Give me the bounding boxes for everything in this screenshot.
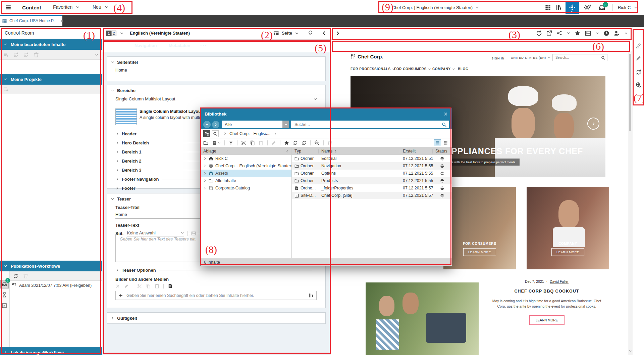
menu-favorites[interactable]: Favoriten (53, 4, 80, 10)
blog-learn-more-button[interactable]: LEARN MORE (529, 315, 565, 325)
expand-right-icon[interactable] (335, 31, 340, 36)
column-name[interactable]: Name (319, 149, 400, 153)
snapshot-icon[interactable] (585, 30, 591, 36)
tree-item-user-home[interactable]: Rick C (201, 155, 291, 162)
table-row[interactable]: Ordner Products 07.12.2021 5:55 (292, 177, 452, 184)
paste-icon[interactable] (259, 140, 264, 145)
type-filter-select[interactable]: Alle (222, 121, 289, 128)
refresh-icon[interactable] (13, 273, 18, 279)
thumbnail-view-button[interactable] (442, 139, 449, 146)
section-publication-workflows[interactable]: Publikations-Workflows (0, 261, 105, 271)
publish-sync-icon[interactable] (293, 140, 298, 145)
expander-icon[interactable] (203, 172, 207, 175)
carousel-next-button[interactable] (587, 118, 599, 130)
new-content-button[interactable] (212, 140, 221, 145)
table-row[interactable]: Ordner Editorial 07.12.2021 5:51 (292, 155, 452, 162)
device-mode-button[interactable] (613, 42, 621, 49)
apps-grid-icon[interactable] (545, 4, 551, 12)
layout-selector[interactable]: Single Column Multislot Layout (115, 96, 322, 101)
chevron-down-icon[interactable] (120, 31, 124, 35)
site-nav-blog[interactable]: BLOG (458, 67, 468, 71)
column-type[interactable]: Typ (292, 149, 319, 153)
collapse-left-icon[interactable] (321, 31, 327, 36)
site-logo[interactable]: Chef Corp. (351, 54, 383, 59)
site-selector[interactable]: Chef Corp. | Englisch (Vereinigte Staate… (392, 0, 479, 15)
version-badge[interactable]: 1 2 (106, 31, 116, 36)
cut-icon[interactable] (241, 140, 246, 145)
card-consumers-image[interactable]: FOR CONSUMERS LEARN MORE (443, 187, 516, 269)
search-icon[interactable] (601, 56, 605, 60)
library-books-icon[interactable] (309, 293, 314, 298)
site-nav-professionals[interactable]: FOR PROFESSIONALS (351, 67, 395, 71)
time-travel-icon[interactable] (603, 30, 609, 36)
blog-post-image[interactable] (366, 282, 479, 355)
inbox-filter-button[interactable]: 1 (0, 280, 9, 289)
pagetitle-input[interactable]: Home (115, 68, 321, 74)
inbox-tray-icon[interactable]: 3 (598, 4, 605, 12)
remove-content-icon[interactable] (34, 52, 39, 57)
chevron-down-icon[interactable] (567, 31, 570, 35)
list-view-button[interactable] (434, 139, 441, 146)
close-icon[interactable] (60, 19, 64, 23)
preview-scrollbar[interactable] (628, 51, 632, 355)
table-row[interactable]: Ordner Options 07.12.2021 5:55 (292, 170, 452, 177)
card-company-image[interactable]: COMPANY LEARN MORE (527, 187, 609, 269)
trash-icon[interactable] (327, 140, 332, 145)
site-nav-company[interactable]: COMPANY (432, 67, 455, 71)
upload-icon[interactable] (228, 140, 233, 145)
chevron-down-icon[interactable] (111, 197, 114, 201)
chevron-down-icon[interactable] (295, 31, 299, 35)
history-forward-button[interactable] (212, 121, 219, 128)
table-row[interactable]: Site-D... Chef Corp. [Site] 07.12.2021 5… (292, 192, 452, 199)
search-view-button[interactable] (212, 130, 219, 137)
history-back-button[interactable] (203, 121, 211, 128)
reload-preview-icon[interactable] (536, 30, 542, 36)
user-menu[interactable]: Rick C (618, 0, 638, 15)
table-row[interactable]: Ordne... _folderProperties 07.12.2021 5:… (292, 184, 452, 192)
expander-icon[interactable] (203, 157, 207, 160)
dashboard-target-button[interactable] (566, 1, 579, 14)
site-search-box[interactable] (552, 54, 607, 61)
workflow-list-item[interactable]: Adam 2021/12/07 7:03 AM (Freigeben) (10, 281, 102, 290)
hamburger-menu-icon[interactable] (5, 4, 12, 11)
edit-pencil-icon[interactable] (636, 55, 642, 62)
library-books-icon[interactable] (555, 4, 562, 12)
media-drop-field[interactable]: Geben Sie hier einen Suchbegriff ein ode… (115, 291, 317, 300)
library-search-input[interactable] (294, 122, 442, 127)
expander-icon[interactable] (203, 179, 207, 182)
section-localization-workflows[interactable]: Lokalisierungs-Workflows (0, 347, 105, 355)
search-icon[interactable] (442, 122, 446, 127)
tab-overflow-menu[interactable]: ··· (200, 42, 207, 48)
finished-check-icon[interactable] (2, 303, 7, 309)
column-status[interactable]: Status (433, 149, 452, 153)
library-search-box[interactable] (291, 121, 449, 128)
scroll-down-arrow[interactable] (629, 349, 632, 353)
site-sign-in[interactable]: SIGN IN (491, 56, 504, 60)
settings-gears-icon[interactable] (584, 4, 592, 12)
copy-icon[interactable] (146, 284, 151, 289)
library-title-bar[interactable]: Bibliothek (201, 108, 452, 120)
tab-metadata[interactable]: Metadaten (169, 43, 190, 48)
breadcrumb-segment[interactable]: Chef Corp. - Englisc... (229, 131, 270, 136)
chevron-down-icon[interactable] (111, 89, 114, 92)
tree-item-assets[interactable]: Assets (201, 170, 291, 177)
document-tab[interactable]: Chef Corp. USA Home P... (0, 15, 62, 26)
chevron-down-icon[interactable] (95, 53, 99, 57)
trash-icon[interactable] (23, 273, 28, 278)
withdraw-icon[interactable] (314, 140, 320, 145)
bookmark-star-icon[interactable] (575, 30, 581, 36)
tab-content[interactable]: Inhalt (111, 43, 123, 52)
site-search-input[interactable] (555, 55, 596, 60)
globe-disconnect-icon[interactable] (636, 82, 642, 89)
expander-icon[interactable] (203, 186, 207, 190)
expander-icon[interactable] (203, 164, 207, 168)
open-in-new-icon[interactable] (546, 30, 552, 36)
user-variants-icon[interactable] (614, 30, 620, 36)
add-content-icon[interactable] (168, 283, 173, 289)
chevron-down-icon[interactable] (595, 31, 599, 35)
menu-content[interactable]: Content (22, 5, 41, 10)
edit-icon[interactable] (271, 140, 276, 145)
sync-all-icon[interactable] (23, 52, 29, 57)
doc-type-label[interactable]: Seite (282, 31, 292, 36)
tab-navigation[interactable]: Navigation (135, 43, 157, 48)
